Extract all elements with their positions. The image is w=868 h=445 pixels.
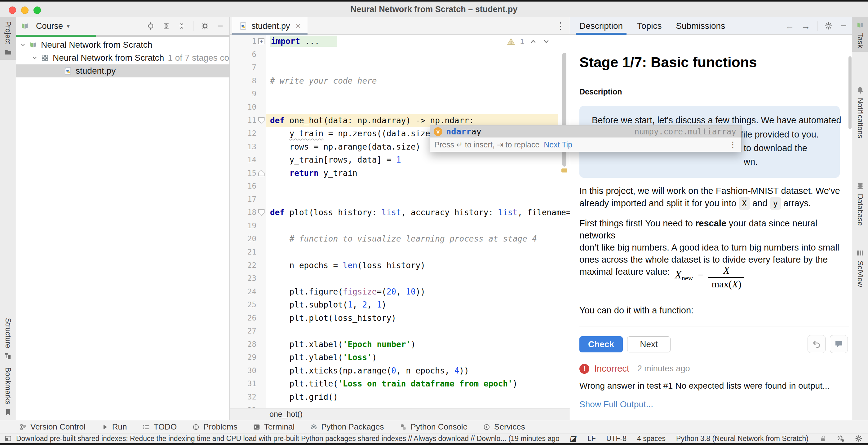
chevron-down-icon[interactable]: [31, 54, 38, 62]
gear-icon[interactable]: [855, 435, 862, 442]
code-line-16[interactable]: 16: [230, 180, 570, 193]
completion-item-ndarray[interactable]: v ndarr ay numpy.core.multiarray: [430, 126, 741, 137]
code-line-18[interactable]: 18def plot(loss_history: list, accuracy_…: [230, 206, 570, 219]
reset-task-button[interactable]: [808, 335, 826, 353]
folded-region-plus-icon[interactable]: +: [258, 38, 265, 44]
next-button[interactable]: Next: [627, 336, 671, 352]
fold-down-icon[interactable]: [258, 117, 265, 124]
code-text[interactable]: y_train = np.zeros((data.size: [266, 129, 430, 138]
task-panel-scrollbar-thumb[interactable]: [848, 56, 851, 129]
code-line-26[interactable]: 26 plt.plot(loss_history): [230, 311, 570, 324]
code-line-6[interactable]: 6: [230, 48, 570, 61]
code-text[interactable]: plt.title('Loss on train dataframe from …: [266, 379, 517, 388]
code-text[interactable]: plt.xticks(np.arange(0, n_epochs, 4)): [266, 366, 469, 375]
tab-submissions[interactable]: Submissions: [672, 18, 730, 35]
code-text[interactable]: # function to visualize learning process…: [266, 234, 537, 243]
popup-kebab-icon[interactable]: ⋮: [729, 140, 737, 149]
hide-panel-icon[interactable]: [216, 22, 224, 30]
code-line-33[interactable]: 33: [230, 404, 570, 408]
fold-up-icon[interactable]: [258, 170, 265, 176]
editor-scrollbar[interactable]: [558, 35, 570, 408]
leave-comment-button[interactable]: [830, 335, 848, 353]
stripe-tab-database[interactable]: Database: [852, 178, 868, 230]
code-editor[interactable]: 1+import ...678# write your code here910…: [230, 35, 570, 408]
toolwindow-services[interactable]: Services: [483, 422, 525, 432]
settings-sync-icon[interactable]: [837, 435, 844, 442]
toolwindow-python-packages[interactable]: Python Packages: [310, 422, 384, 432]
editor-options-kebab-icon[interactable]: ⋮: [556, 21, 565, 31]
inspection-widget[interactable]: 1: [507, 37, 550, 46]
code-line-17[interactable]: 17: [230, 193, 570, 206]
code-line-15[interactable]: 15 return y_train: [230, 166, 570, 180]
tab-description[interactable]: Description: [575, 18, 627, 35]
stripe-tab-task[interactable]: Task: [852, 18, 868, 52]
line-ending-widget[interactable]: LF: [587, 435, 596, 443]
code-text[interactable]: plt.ylabel('Loss'): [266, 353, 377, 362]
fold-down-icon[interactable]: [258, 209, 265, 216]
toolwindow-terminal[interactable]: Terminal: [253, 422, 294, 432]
code-line-23[interactable]: 23: [230, 272, 570, 285]
fold-marker-column[interactable]: [256, 117, 266, 124]
code-lines[interactable]: 1+import ...678# write your code here910…: [230, 35, 570, 408]
gear-icon[interactable]: [824, 22, 833, 30]
navigate-back-icon[interactable]: ←: [785, 21, 794, 31]
code-line-28[interactable]: 28 plt.xlabel('Epoch number'): [230, 338, 570, 351]
code-text[interactable]: y_train[rows, data] = 1: [266, 155, 401, 165]
folded-import-chip[interactable]: import ...: [270, 36, 337, 47]
code-line-32[interactable]: 32 plt.grid(): [230, 390, 570, 404]
code-text[interactable]: plt.subplot(1, 2, 1): [266, 300, 386, 309]
code-line-21[interactable]: 21: [230, 246, 570, 259]
code-text[interactable]: # write your code here: [266, 76, 377, 85]
toolwindow-run[interactable]: Run: [101, 422, 127, 432]
chevron-down-icon[interactable]: [19, 41, 27, 48]
stripe-tab-notifications[interactable]: Notifications: [852, 82, 868, 142]
toolwindow-problems[interactable]: Problems: [192, 422, 238, 432]
locate-icon[interactable]: [147, 22, 155, 30]
course-view-selector[interactable]: Course: [36, 21, 63, 31]
code-line-9[interactable]: 9: [230, 87, 570, 101]
error-stripe-warning-mark[interactable]: [561, 168, 567, 172]
code-text[interactable]: def one_hot(data: np.ndarray) -> np.ndar…: [266, 116, 474, 125]
tree-item-student-py[interactable]: student.py: [16, 64, 229, 77]
navigate-forward-icon[interactable]: →: [801, 21, 810, 31]
next-problem-chevron-down-icon[interactable]: [542, 37, 550, 45]
show-full-output-link[interactable]: Show Full Output...: [579, 400, 653, 409]
code-line-29[interactable]: 29 plt.ylabel('Loss'): [230, 351, 570, 364]
breadcrumb-item[interactable]: one_hot(): [269, 410, 303, 419]
code-text[interactable]: plt.figure(figsize=(20, 10)): [266, 287, 425, 296]
title-bar[interactable]: Neural Network from Scratch – student.py: [0, 2, 868, 18]
code-line-25[interactable]: 25 plt.subplot(1, 2, 1): [230, 298, 570, 311]
code-line-7[interactable]: 7: [230, 61, 570, 74]
code-text[interactable]: plt.plot(loss_history): [266, 313, 396, 323]
code-line-27[interactable]: 27: [230, 324, 570, 338]
encoding-widget[interactable]: UTF-8: [607, 435, 626, 443]
code-text[interactable]: n_epochs = len(loss_history): [266, 261, 425, 270]
code-line-8[interactable]: 8# write your code here: [230, 74, 570, 88]
code-text[interactable]: import ...: [266, 37, 337, 46]
code-line-10[interactable]: 10: [230, 101, 570, 114]
code-text[interactable]: def plot(loss_history: list, accuracy_hi…: [266, 208, 570, 217]
next-tip-link[interactable]: Next Tip: [544, 140, 572, 149]
tool-windows-icon[interactable]: [4, 435, 12, 442]
toolwindow-python-console[interactable]: Python Console: [400, 422, 468, 432]
stripe-tab-project[interactable]: Project: [0, 18, 16, 60]
indent-widget[interactable]: 4 spaces: [637, 435, 665, 443]
code-line-31[interactable]: 31 plt.title('Loss on train dataframe fr…: [230, 377, 570, 390]
code-line-19[interactable]: 19: [230, 219, 570, 233]
code-text[interactable]: return y_train: [266, 168, 358, 178]
chevron-down-icon[interactable]: ▾: [67, 22, 70, 30]
fold-marker-column[interactable]: [256, 170, 266, 176]
tab-topics[interactable]: Topics: [633, 18, 666, 35]
fold-marker-column[interactable]: [256, 209, 266, 216]
code-line-30[interactable]: 30 plt.xticks(np.arange(0, n_epochs, 4)): [230, 364, 570, 377]
tree-item-neural-network-from-scratch[interactable]: Neural Network from Scratch1 of 7 stages…: [16, 52, 229, 64]
status-message[interactable]: Download pre-built shared indexes: Reduc…: [16, 435, 560, 443]
indexing-mode-icon[interactable]: ◪: [569, 434, 578, 443]
check-button[interactable]: Check: [579, 336, 623, 352]
close-tab-icon[interactable]: ×: [296, 21, 301, 31]
python-interpreter-widget[interactable]: Python 3.8 (Neural Network from Scratch): [676, 435, 808, 443]
tab-student-py[interactable]: student.py ×: [232, 18, 308, 35]
stripe-tab-structure[interactable]: Structure: [0, 314, 16, 364]
code-line-24[interactable]: 24 plt.figure(figsize=(20, 10)): [230, 285, 570, 298]
code-text[interactable]: rows = np.arange(data.size): [266, 142, 421, 151]
